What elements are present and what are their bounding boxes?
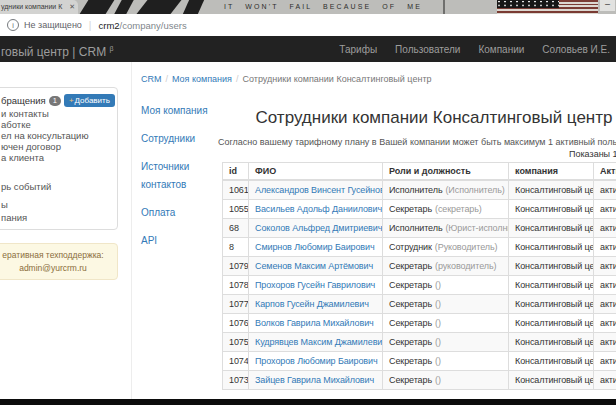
navbar-menu: ТарифыПользователиКомпанииСоловьев И.Е. (339, 36, 610, 62)
employee-company-cell: Консалтинговый центр (509, 238, 594, 257)
wallpaper-brush-stroke (78, 0, 116, 14)
employee-name-link[interactable]: Прохоров Гусейн Гаврилович (255, 280, 375, 290)
role-note: (Юрист-исполнитель) (445, 223, 508, 233)
column-header-4[interactable]: Активность (594, 163, 616, 181)
address-bar[interactable]: i Не защищено | crm2 /company/users (0, 14, 616, 36)
employee-name-link[interactable]: Александров Винсент Гусейнович (255, 185, 383, 195)
app-navbar: говый центр | CRM β ТарифыПользователиКо… (0, 36, 616, 62)
page-title: Сотрудники компании Консалтинговый центр (218, 108, 616, 128)
employee-name-cell: Васильев Адольф Даниилович (249, 200, 383, 219)
sidebar-link-0[interactable]: рь событий (1, 181, 51, 192)
employee-activity-cell: активен (594, 276, 616, 295)
wallpaper-brush-stroke (182, 0, 206, 14)
employee-activity-cell: активен (594, 295, 616, 314)
breadcrumb-item-2: Сотрудники компании Консалтинговый центр (243, 74, 432, 84)
employee-activity-cell: активен (594, 238, 616, 257)
company-nav-item: Оплата (141, 202, 213, 220)
employee-name-link[interactable]: Волков Гаврила Михайлович (255, 318, 374, 328)
role-text: Секретарь (389, 261, 432, 271)
employee-company-cell: Консалтинговый центр (509, 314, 594, 333)
employee-name-link[interactable]: Смирнов Любомир Баирович (255, 242, 375, 252)
company-nav-link-3[interactable]: Оплата (141, 207, 175, 218)
employee-name-link[interactable]: Карпов Гусейн Джамилевич (255, 299, 369, 309)
column-header-2[interactable]: Роли и должность (383, 163, 509, 181)
support-note: еративная техподдержка: (2, 250, 103, 260)
content-divider (131, 62, 132, 399)
employee-company-cell: Консалтинговый центр (509, 276, 594, 295)
employee-role-cell: Исполнитель(Исполнитель) (383, 180, 509, 200)
navbar-item-0[interactable]: Тарифы (339, 44, 377, 55)
employee-id-cell: 8 (223, 238, 249, 257)
column-header-0[interactable]: id (223, 163, 249, 181)
column-header-3[interactable]: компания (509, 163, 594, 181)
employee-id-cell: 1079 (223, 257, 249, 276)
breadcrumb: CRM/Моя компания/Сотрудники компании Кон… (141, 74, 432, 84)
employee-name-link[interactable]: Кудрявцев Максим Джамилевич (255, 337, 383, 347)
employee-role-cell: Секретарь(руководитель) (383, 257, 509, 276)
role-note: (секретарь) (435, 204, 482, 214)
sidebar-link-1[interactable]: ы (1, 199, 8, 210)
role-text: Исполнитель (389, 223, 442, 233)
employee-role-cell: Секретарь() (383, 352, 509, 371)
table-row: 1079Семенов Максим АртёмовичСекретарь(ру… (223, 257, 616, 276)
table-row: 68Соколов Альфред ДмитриевичИсполнитель(… (223, 219, 616, 238)
breadcrumb-item-1[interactable]: Моя компания (172, 74, 232, 84)
employee-name-cell: Соколов Альфред Дмитриевич (249, 219, 383, 238)
role-note: () (435, 299, 441, 309)
employee-activity-cell: активен (594, 219, 616, 238)
role-note: (Руководитель) (435, 242, 498, 252)
navbar-item-1[interactable]: Пользователи (395, 44, 460, 55)
role-text: Исполнитель (389, 185, 442, 195)
employee-name-link[interactable]: Зайцев Гаврила Михайлович (255, 375, 374, 385)
employee-id-cell: 1075 (223, 333, 249, 352)
navbar-item-2[interactable]: Компании (478, 44, 524, 55)
employee-name-link[interactable]: Соколов Альфред Дмитриевич (255, 223, 382, 233)
employee-role-cell: Исполнитель(Юрист-исполнитель) (383, 219, 509, 238)
employee-name-link[interactable]: Васильев Адольф Даниилович (255, 204, 382, 214)
employee-name-link[interactable]: Семенов Максим Артёмович (255, 261, 373, 271)
url-path: /company/users (120, 20, 187, 31)
company-nav-link-2[interactable]: Источники контактов (141, 161, 189, 190)
tab-close-icon[interactable]: ✕ (69, 0, 75, 14)
navbar-brand[interactable]: говый центр | CRM β (1, 36, 114, 65)
company-nav-link-0[interactable]: Моя компания (141, 105, 208, 116)
employee-name-cell: Зайцев Гаврила Михайлович (249, 371, 383, 390)
employee-role-cell: Секретарь() (383, 314, 509, 333)
role-note: () (435, 337, 441, 347)
company-nav-link-1[interactable]: Сотрудники (141, 133, 195, 144)
role-text: Секретарь (389, 318, 432, 328)
table-row: 1078Прохоров Гусейн ГавриловичСекретарь(… (223, 276, 616, 295)
breadcrumb-item-0[interactable]: CRM (141, 74, 162, 84)
column-header-1[interactable]: ФИО (249, 163, 383, 181)
role-text: Секретарь (389, 280, 432, 290)
employee-role-cell: Секретарь(секретарь) (383, 200, 509, 219)
company-nav-item: API (141, 230, 213, 248)
browser-tab-strip: IT WON'T FAIL BECAUSE OF ME – удники ком… (0, 0, 616, 14)
employee-activity-cell: активен (594, 180, 616, 200)
table-row: 1073Зайцев Гаврила МихайловичСекретарь()… (223, 371, 616, 390)
employee-role-cell: Секретарь() (383, 371, 509, 390)
sidebar-link-2[interactable]: пания (1, 212, 27, 223)
employee-activity-cell: активен (594, 314, 616, 333)
window-minimize-button[interactable]: – (600, 0, 615, 11)
company-nav-link-4[interactable]: API (141, 235, 157, 246)
company-nav-item: Сотрудники (141, 128, 213, 146)
us-flag-image (497, 0, 598, 14)
browser-tab[interactable]: удники компании К ✕ (0, 0, 78, 14)
table-row: 1077Карпов Гусейн ДжамилевичСекретарь()К… (223, 295, 616, 314)
employee-activity-cell: активен (594, 333, 616, 352)
role-text: Секретарь (389, 337, 432, 347)
employee-company-cell: Консалтинговый центр (509, 200, 594, 219)
employee-name-cell: Прохоров Гусейн Гаврилович (249, 276, 383, 295)
role-text: Сотрудник (389, 242, 432, 252)
employee-id-cell: 1073 (223, 371, 249, 390)
employee-name-link[interactable]: Прохоров Любомир Баирович (255, 356, 378, 366)
role-note: (Исполнитель) (445, 185, 504, 195)
role-text: Секретарь (389, 299, 432, 309)
employee-role-cell: Секретарь() (383, 295, 509, 314)
brand-text: говый центр | CRM (1, 45, 106, 59)
navbar-item-3[interactable]: Соловьев И.Е. (542, 44, 610, 55)
employee-id-cell: 1055 (223, 200, 249, 219)
support-email[interactable]: admin@yurcrm.ru (0, 263, 117, 273)
info-icon[interactable]: i (7, 19, 19, 31)
